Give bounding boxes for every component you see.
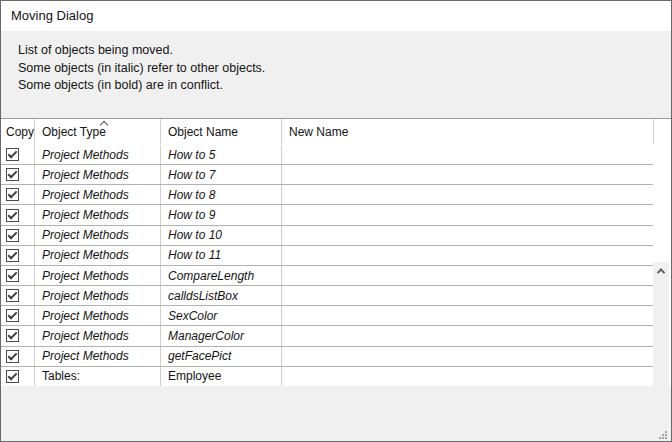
table-row[interactable]: Project Methods How to 11 — [1, 246, 653, 266]
table-row[interactable]: Project Methods SexColor — [1, 306, 653, 326]
object-name-cell: ManagerColor — [161, 326, 282, 345]
copy-cell — [1, 367, 35, 386]
column-header-new-name[interactable]: New Name — [282, 119, 654, 144]
moving-dialog-window: Moving Dialog List of objects being move… — [0, 0, 672, 442]
window-title: Moving Dialog — [11, 8, 93, 23]
object-type-cell: Project Methods — [35, 347, 161, 366]
object-name-cell: How to 9 — [161, 205, 282, 224]
copy-cell — [1, 205, 35, 224]
object-type-cell: Project Methods — [35, 286, 161, 305]
copy-cell — [1, 246, 35, 265]
object-type-cell: Project Methods — [35, 185, 161, 204]
object-name-cell: How to 8 — [161, 185, 282, 204]
object-name-cell: SexColor — [161, 306, 282, 325]
copy-checkbox[interactable] — [6, 289, 19, 302]
object-type-cell: Project Methods — [35, 326, 161, 345]
copy-checkbox[interactable] — [6, 188, 19, 201]
object-type-cell: Project Methods — [35, 246, 161, 265]
object-name-cell: getFacePict — [161, 347, 282, 366]
object-type-cell: Project Methods — [35, 205, 161, 224]
button-bar: Next > Cancel — [1, 386, 671, 442]
column-header-filler — [654, 119, 671, 144]
object-type-cell: Project Methods — [35, 306, 161, 325]
objects-table: Copy Object Type Object Name New Name Pr… — [1, 118, 671, 386]
info-line-3: Some objects (in bold) are in conflict. — [18, 77, 671, 95]
table-row[interactable]: Project Methods How to 10 — [1, 226, 653, 246]
object-name-cell: How to 7 — [161, 165, 282, 184]
info-line-1: List of objects being moved. — [18, 42, 671, 60]
table-row[interactable]: Project Methods How to 7 — [1, 165, 653, 185]
object-name-cell: Employee — [161, 367, 282, 386]
new-name-cell[interactable] — [282, 165, 653, 184]
new-name-cell[interactable] — [282, 185, 653, 204]
column-header-object-name[interactable]: Object Name — [161, 119, 282, 144]
object-name-cell: How to 5 — [161, 145, 282, 164]
new-name-cell[interactable] — [282, 145, 653, 164]
object-type-cell: Project Methods — [35, 145, 161, 164]
object-type-cell: Project Methods — [35, 266, 161, 285]
copy-cell — [1, 306, 35, 325]
copy-cell — [1, 145, 35, 164]
copy-cell — [1, 226, 35, 245]
copy-checkbox[interactable] — [6, 370, 19, 383]
copy-cell — [1, 266, 35, 285]
table-body: Project Methods How to 5 Project Methods… — [1, 145, 653, 387]
copy-checkbox[interactable] — [6, 329, 19, 342]
title-bar: Moving Dialog — [1, 1, 671, 31]
copy-checkbox[interactable] — [6, 249, 19, 262]
copy-checkbox[interactable] — [6, 269, 19, 282]
object-name-cell: How to 10 — [161, 226, 282, 245]
copy-checkbox[interactable] — [6, 148, 19, 161]
copy-checkbox[interactable] — [6, 168, 19, 181]
resize-grip-icon[interactable] — [658, 430, 667, 439]
new-name-cell[interactable] — [282, 347, 653, 366]
table-row[interactable]: Project Methods How to 8 — [1, 185, 653, 205]
copy-cell — [1, 347, 35, 366]
object-type-cell: Tables: — [35, 367, 161, 386]
column-header-object-type[interactable]: Object Type — [35, 119, 161, 144]
table-row[interactable]: Project Methods How to 5 — [1, 145, 653, 165]
table-row[interactable]: Project Methods CompareLength — [1, 266, 653, 286]
copy-cell — [1, 185, 35, 204]
new-name-cell[interactable] — [282, 205, 653, 224]
copy-checkbox[interactable] — [6, 309, 19, 322]
table-header: Copy Object Type Object Name New Name — [1, 119, 671, 144]
new-name-cell[interactable] — [282, 367, 653, 386]
info-panel: List of objects being moved. Some object… — [1, 31, 671, 118]
new-name-cell[interactable] — [282, 286, 653, 305]
chevron-up-icon — [657, 268, 665, 276]
new-name-cell[interactable] — [282, 306, 653, 325]
new-name-cell[interactable] — [282, 326, 653, 345]
copy-cell — [1, 286, 35, 305]
object-name-cell: CompareLength — [161, 266, 282, 285]
info-line-2: Some objects (in italic) refer to other … — [18, 60, 671, 78]
table-row[interactable]: Project Methods How to 9 — [1, 205, 653, 225]
copy-checkbox[interactable] — [6, 350, 19, 363]
table-row[interactable]: Project Methods getFacePict — [1, 347, 653, 367]
object-name-cell: How to 11 — [161, 246, 282, 265]
copy-cell — [1, 165, 35, 184]
object-type-cell: Project Methods — [35, 165, 161, 184]
table-row[interactable]: Project Methods ManagerColor — [1, 326, 653, 346]
copy-checkbox[interactable] — [6, 229, 19, 242]
new-name-cell[interactable] — [282, 226, 653, 245]
object-name-cell: calldsListBox — [161, 286, 282, 305]
table-row[interactable]: Project Methods calldsListBox — [1, 286, 653, 306]
new-name-cell[interactable] — [282, 246, 653, 265]
column-header-copy[interactable]: Copy — [1, 119, 35, 144]
object-type-cell: Project Methods — [35, 226, 161, 245]
copy-cell — [1, 326, 35, 345]
table-row[interactable]: Tables: Employee — [1, 367, 653, 387]
scroll-up-button[interactable] — [653, 262, 669, 279]
copy-checkbox[interactable] — [6, 209, 19, 222]
new-name-cell[interactable] — [282, 266, 653, 285]
